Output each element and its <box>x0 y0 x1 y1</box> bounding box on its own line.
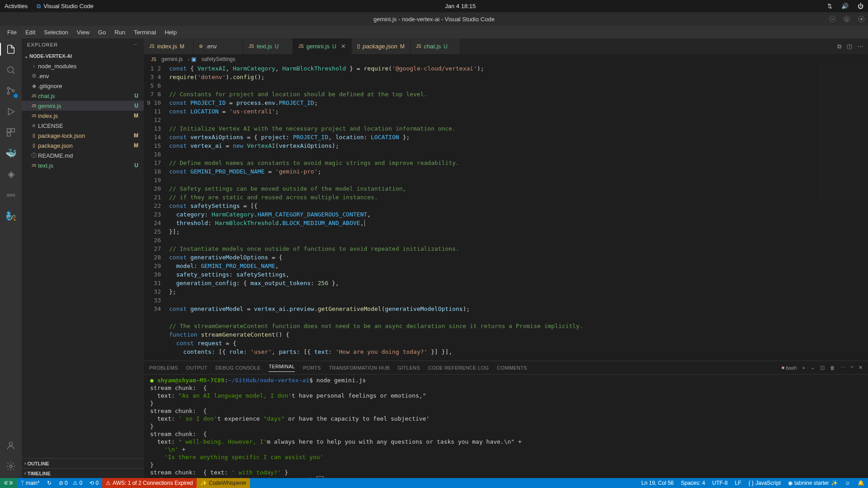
explorer-icon[interactable] <box>5 43 17 56</box>
genie-icon[interactable]: 🧞 <box>5 209 17 222</box>
status-aws[interactable]: ⚠ AWS: 1 of 2 Connections Expired <box>102 478 197 488</box>
status-lang[interactable]: { } JavaScript <box>745 478 784 488</box>
file-LICENSE[interactable]: 🗎LICENSE <box>22 121 144 131</box>
project-name: NODE-VERTEX-AI <box>29 53 72 59</box>
breadcrumbs[interactable]: JS gemini.js › ▣ safetySettings <box>144 54 868 64</box>
tab-text.js[interactable]: JStext.jsU <box>243 38 293 54</box>
split-icon[interactable]: ◫ <box>847 43 852 50</box>
file-tree: ›node_modules⚙.env◆.gitignoreJSchat.jsUJ… <box>22 61 144 458</box>
sidebar-more-icon[interactable]: ⋯ <box>133 42 138 48</box>
more-icon[interactable]: ⋯ <box>858 43 863 50</box>
tab-package.json[interactable]: {}package.jsonM <box>352 38 410 54</box>
maximize-button[interactable]: ▢ <box>844 16 850 22</box>
status-tabnine[interactable]: ◉ tabnine starter ✨ <box>784 478 841 488</box>
file-chat.js[interactable]: JSchat.jsU <box>22 91 144 101</box>
file-index.js[interactable]: JSindex.jsM <box>22 111 144 121</box>
extensions-icon[interactable] <box>5 126 17 139</box>
status-branch[interactable]: ᛘ main* <box>17 478 43 488</box>
menubar: FileEditSelectionViewGoRunTerminalHelp <box>0 26 868 38</box>
editor-body[interactable]: 1 2 3 4 5 6 7 8 9 10 11 12 13 14 15 16 1… <box>144 64 868 361</box>
tab-close-icon[interactable]: ✕ <box>341 43 346 50</box>
network-icon[interactable]: ⇅ <box>827 3 832 9</box>
menu-help[interactable]: Help <box>161 27 180 38</box>
maximize-panel-icon[interactable]: ^ <box>851 365 853 371</box>
project-header[interactable]: ⌄ NODE-VERTEX-AI <box>22 51 144 61</box>
panel-tab-gitlens[interactable]: GITLENS <box>398 365 420 371</box>
menu-file[interactable]: File <box>4 27 20 38</box>
panel-tab-output[interactable]: OUTPUT <box>186 365 208 371</box>
terminal[interactable]: ● shyam@shyam-MS-7C89:~/GitHub/node-vert… <box>144 375 868 478</box>
code-content[interactable]: const { VertexAI, HarmCategory, HarmBloc… <box>169 64 868 361</box>
file-.env[interactable]: ⚙.env <box>22 71 144 81</box>
menu-run[interactable]: Run <box>111 27 129 38</box>
tab-index.js[interactable]: JSindex.jsM <box>144 38 193 54</box>
power-icon[interactable]: ⏻ <box>858 3 863 9</box>
tab-icon: JS <box>149 44 155 49</box>
panel-tab-problems[interactable]: PROBLEMS <box>149 365 178 371</box>
panel-tab-comments[interactable]: COMMENTS <box>497 365 527 371</box>
aws-icon[interactable]: aws <box>5 188 17 201</box>
kill-terminal-icon[interactable]: 🗑 <box>830 365 835 371</box>
tab-icon: ⚙ <box>199 44 203 49</box>
tab-gemini.js[interactable]: JSgemini.jsU✕ <box>293 38 352 54</box>
app-menu[interactable]: ⧉ Visual Studio Code <box>37 3 93 10</box>
menu-view[interactable]: View <box>73 27 93 38</box>
status-spaces[interactable]: Spaces: 4 <box>677 478 708 488</box>
status-bell[interactable]: 🔔 <box>854 478 868 488</box>
status-sync[interactable]: ↻ <box>43 478 55 488</box>
volume-icon[interactable]: 🔊 <box>841 3 849 9</box>
new-terminal-icon[interactable]: + <box>802 365 805 371</box>
search-icon[interactable] <box>5 64 17 76</box>
tab-chat.js[interactable]: JSchat.jsU <box>410 38 460 54</box>
status-eol[interactable]: LF <box>731 478 745 488</box>
file-.gitignore[interactable]: ◆.gitignore <box>22 81 144 91</box>
terminal-shell[interactable]: bash <box>782 365 797 371</box>
more-terminal-icon[interactable]: ⋯ <box>840 365 845 371</box>
split-terminal-icon[interactable]: ◫ <box>820 365 825 371</box>
accounts-icon[interactable] <box>5 439 17 452</box>
status-port[interactable]: ⟲ 0 <box>86 478 102 488</box>
status-cursor[interactable]: Ln 19, Col 56 <box>638 478 677 488</box>
close-panel-icon[interactable]: ✕ <box>859 365 863 371</box>
sidebar-header: EXPLORER ⋯ <box>22 38 144 51</box>
activities-button[interactable]: Activities <box>5 3 28 9</box>
minimap[interactable] <box>818 64 868 200</box>
db-icon[interactable]: ◈ <box>5 168 17 180</box>
panel-tab-debug-console[interactable]: DEBUG CONSOLE <box>216 365 261 371</box>
remote-indicator[interactable]: ⚟⚞ <box>0 478 17 488</box>
status-problems[interactable]: ⊘ 0 ⚠ 0 <box>55 478 86 488</box>
panel-tab-terminal[interactable]: TERMINAL <box>269 364 295 372</box>
file-README.md[interactable]: ⓘREADME.md <box>22 150 144 160</box>
file-package-lock.json[interactable]: {}package-lock.jsonM <box>22 131 144 141</box>
file-text.js[interactable]: JStext.jsU <box>22 160 144 170</box>
outline-section[interactable]: › OUTLINE <box>22 458 144 468</box>
tab-label: text.js <box>257 43 272 50</box>
git-status: U <box>134 93 138 99</box>
panel-tab-transformation-hub[interactable]: TRANSFORMATION HUB <box>329 365 390 371</box>
svg-point-2 <box>7 92 9 94</box>
git-status: M <box>134 132 138 139</box>
source-control-icon[interactable]: 4 <box>5 84 17 97</box>
panel-tab-ports[interactable]: PORTS <box>303 365 321 371</box>
tab-.env[interactable]: ⚙.env <box>193 38 243 54</box>
terminal-dropdown-icon[interactable]: ⌄ <box>811 365 815 371</box>
file-gemini.js[interactable]: JSgemini.jsU <box>22 101 144 111</box>
status-codewhisperer[interactable]: ✨ CodeWhisperer <box>197 478 250 488</box>
status-feedback[interactable]: ☺ <box>841 478 854 488</box>
status-encoding[interactable]: UTF-8 <box>709 478 731 488</box>
menu-edit[interactable]: Edit <box>22 27 39 38</box>
compare-icon[interactable]: ⧉ <box>837 43 841 50</box>
docker-icon[interactable]: 🐳 <box>5 147 17 160</box>
file-node_modules[interactable]: ›node_modules <box>22 61 144 71</box>
menu-go[interactable]: Go <box>94 27 109 38</box>
file-package.json[interactable]: {}package.jsonM <box>22 141 144 150</box>
run-debug-icon[interactable] <box>5 105 17 118</box>
minimize-button[interactable]: ─ <box>829 16 835 22</box>
timeline-section[interactable]: › TIMELINE <box>22 468 144 478</box>
clock[interactable]: Jan 4 18:15 <box>445 3 476 9</box>
settings-icon[interactable] <box>5 460 17 473</box>
menu-selection[interactable]: Selection <box>40 27 71 38</box>
close-button[interactable]: ✕ <box>858 16 864 22</box>
menu-terminal[interactable]: Terminal <box>130 27 160 38</box>
panel-tab-code-reference-log[interactable]: CODE REFERENCE LOG <box>428 365 489 371</box>
